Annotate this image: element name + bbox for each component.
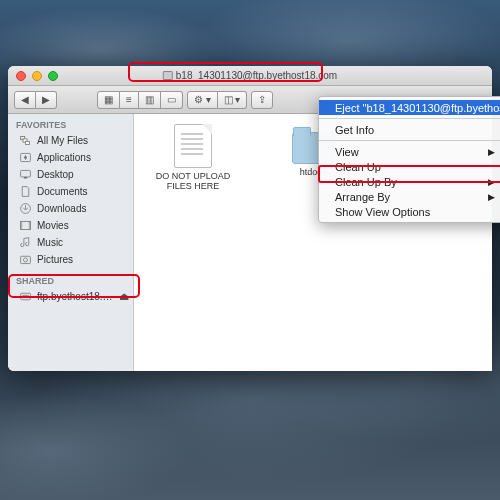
back-button[interactable]: ◀ bbox=[14, 91, 36, 109]
context-menu-eject[interactable]: Eject "b18_14301130@ftp.byethost18.com" bbox=[319, 100, 500, 115]
context-menu-label: View bbox=[335, 146, 359, 158]
sidebar-item-label: Desktop bbox=[37, 169, 74, 180]
window-title: b18_14301130@ftp.byethost18.com bbox=[163, 70, 337, 81]
sidebar-item-desktop[interactable]: Desktop bbox=[8, 166, 133, 183]
svg-point-11 bbox=[23, 258, 27, 262]
sidebar-item-label: Applications bbox=[37, 152, 91, 163]
context-menu-eject-label: Eject "b18_14301130@ftp.byethost18.com" bbox=[335, 102, 500, 114]
context-menu-label: Clean Up By bbox=[335, 176, 397, 188]
sidebar-item-documents[interactable]: Documents bbox=[8, 183, 133, 200]
coverflow-view-button[interactable]: ▭ bbox=[161, 91, 183, 109]
downloads-icon bbox=[18, 202, 32, 215]
minimize-button[interactable] bbox=[32, 71, 42, 81]
sidebar-item-label: Pictures bbox=[37, 254, 73, 265]
svg-rect-5 bbox=[23, 177, 26, 179]
share-button-group: ⇪ bbox=[251, 91, 273, 109]
submenu-arrow-icon: ▶ bbox=[488, 147, 495, 157]
file-icon bbox=[174, 124, 212, 168]
share-button[interactable]: ⇪ bbox=[251, 91, 273, 109]
sidebar-item-label: ftp.byethost18.com bbox=[37, 291, 114, 302]
sidebar-item-pictures[interactable]: Pictures bbox=[8, 251, 133, 268]
svg-rect-8 bbox=[20, 221, 22, 229]
svg-rect-13 bbox=[22, 295, 29, 298]
svg-rect-2 bbox=[25, 141, 29, 144]
close-button[interactable] bbox=[16, 71, 26, 81]
sidebar-item-downloads[interactable]: Downloads bbox=[8, 200, 133, 217]
file-label: DO NOT UPLOAD FILES HERE bbox=[148, 171, 238, 192]
titlebar[interactable]: b18_14301130@ftp.byethost18.com bbox=[8, 66, 492, 86]
movies-icon bbox=[18, 219, 32, 232]
list-view-button[interactable]: ≡ bbox=[120, 91, 139, 109]
view-buttons: ▦ ≡ ▥ ▭ bbox=[97, 91, 183, 109]
context-menu: Eject "b18_14301130@ftp.byethost18.com" … bbox=[318, 96, 500, 223]
sidebar-item-label: Documents bbox=[37, 186, 88, 197]
arrange-button[interactable]: ◫ ▾ bbox=[218, 91, 248, 109]
sidebar-item-shared-server[interactable]: ftp.byethost18.com ⏏ bbox=[8, 288, 133, 305]
context-menu-label: Get Info bbox=[335, 124, 374, 136]
sidebar-item-label: All My Files bbox=[37, 135, 88, 146]
sidebar: FAVORITES All My Files Applications Desk… bbox=[8, 114, 134, 371]
context-menu-label: Clean Up bbox=[335, 161, 381, 173]
applications-icon bbox=[18, 151, 32, 164]
submenu-arrow-icon: ▶ bbox=[488, 192, 495, 202]
svg-rect-4 bbox=[20, 170, 30, 177]
action-arrange-buttons: ⚙ ▾ ◫ ▾ bbox=[187, 91, 248, 109]
zoom-button[interactable] bbox=[48, 71, 58, 81]
sidebar-item-music[interactable]: Music bbox=[8, 234, 133, 251]
allmyfiles-icon bbox=[18, 134, 32, 147]
server-icon bbox=[18, 290, 32, 303]
sidebar-item-label: Music bbox=[37, 237, 63, 248]
context-menu-arrange-by[interactable]: Arrange By▶ bbox=[319, 189, 500, 204]
pictures-icon bbox=[18, 253, 32, 266]
desktop-icon bbox=[18, 168, 32, 181]
context-menu-view[interactable]: View▶ bbox=[319, 144, 500, 159]
sidebar-item-all-my-files[interactable]: All My Files bbox=[8, 132, 133, 149]
column-view-button[interactable]: ▥ bbox=[139, 91, 161, 109]
nav-buttons: ◀ ▶ bbox=[14, 91, 57, 109]
context-menu-get-info[interactable]: Get Info bbox=[319, 122, 500, 137]
documents-icon bbox=[18, 185, 32, 198]
context-menu-label: Arrange By bbox=[335, 191, 390, 203]
sidebar-item-label: Movies bbox=[37, 220, 69, 231]
file-item[interactable]: DO NOT UPLOAD FILES HERE bbox=[148, 124, 238, 192]
drive-icon bbox=[163, 71, 173, 80]
sidebar-shared-header: SHARED bbox=[8, 272, 133, 288]
submenu-arrow-icon: ▶ bbox=[488, 177, 495, 187]
forward-button[interactable]: ▶ bbox=[36, 91, 57, 109]
context-menu-separator bbox=[319, 140, 500, 141]
music-icon bbox=[18, 236, 32, 249]
context-menu-clean-up[interactable]: Clean Up bbox=[319, 159, 500, 174]
sidebar-favorites-header: FAVORITES bbox=[8, 116, 133, 132]
context-menu-label: Show View Options bbox=[335, 206, 430, 218]
icon-view-button[interactable]: ▦ bbox=[97, 91, 120, 109]
svg-rect-10 bbox=[20, 256, 30, 263]
action-button[interactable]: ⚙ ▾ bbox=[187, 91, 218, 109]
eject-icon[interactable]: ⏏ bbox=[119, 290, 129, 303]
svg-rect-9 bbox=[28, 221, 30, 229]
context-menu-show-view-options[interactable]: Show View Options bbox=[319, 204, 500, 219]
context-menu-separator bbox=[319, 118, 500, 119]
sidebar-item-label: Downloads bbox=[37, 203, 86, 214]
context-menu-clean-up-by[interactable]: Clean Up By▶ bbox=[319, 174, 500, 189]
sidebar-item-movies[interactable]: Movies bbox=[8, 217, 133, 234]
window-title-text: b18_14301130@ftp.byethost18.com bbox=[176, 70, 337, 81]
window-controls bbox=[8, 71, 58, 81]
sidebar-item-applications[interactable]: Applications bbox=[8, 149, 133, 166]
